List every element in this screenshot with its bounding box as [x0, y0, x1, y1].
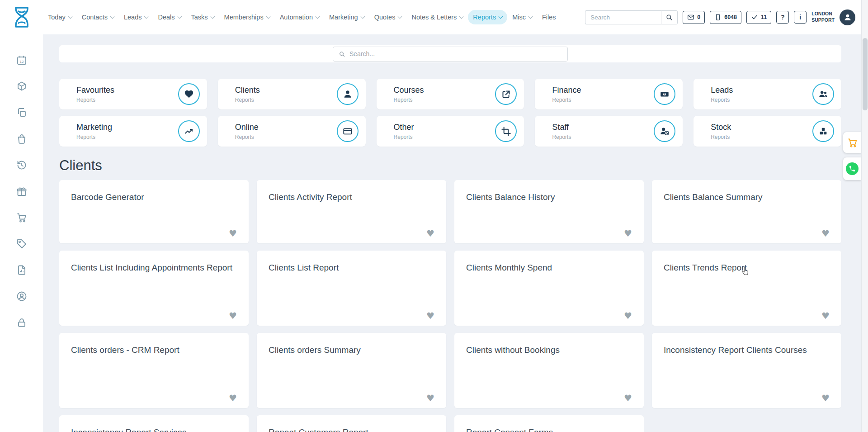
report-card[interactable]: Inconsistency Report Clients Courses ♥: [652, 333, 841, 408]
lock-icon[interactable]: [16, 317, 28, 328]
category-title: Other: [394, 123, 414, 132]
nav-label: Automation: [280, 14, 313, 21]
favourite-heart-icon[interactable]: ♥: [426, 229, 434, 238]
messages-button[interactable]: 0: [683, 11, 705, 24]
category-subtitle: Reports: [394, 97, 424, 103]
favourite-heart-icon[interactable]: ♥: [229, 394, 237, 403]
reports-search-input[interactable]: [349, 50, 562, 57]
favourite-heart-icon[interactable]: ♥: [821, 229, 830, 238]
search-button[interactable]: [661, 10, 678, 24]
report-card[interactable]: Clients Activity Report ♥: [257, 180, 446, 243]
report-document-icon[interactable]: [16, 264, 28, 276]
shopping-bag-icon[interactable]: [16, 133, 28, 145]
svg-text:$: $: [664, 93, 665, 96]
report-card[interactable]: Clients orders - CRM Report ♥: [59, 333, 249, 408]
tag-icon[interactable]: [16, 238, 28, 250]
nav-misc[interactable]: Misc: [507, 10, 537, 24]
user-avatar[interactable]: [840, 9, 855, 25]
app-logo[interactable]: [0, 6, 43, 28]
category-title: Courses: [394, 85, 424, 95]
favourite-heart-icon[interactable]: ♥: [229, 229, 237, 238]
report-card[interactable]: Clients List Report ♥: [257, 251, 446, 326]
report-card[interactable]: Report Consent Forms ♥: [454, 415, 644, 432]
tasks-button[interactable]: 11: [746, 11, 771, 24]
nav-leads[interactable]: Leads: [119, 10, 153, 24]
report-card[interactable]: Clients orders Summary ♥: [257, 333, 446, 408]
nav-tasks[interactable]: Tasks: [186, 10, 219, 24]
nav-today[interactable]: Today: [43, 10, 77, 24]
history-icon[interactable]: [16, 159, 28, 171]
search-icon: [339, 51, 345, 57]
category-subtitle: Reports: [711, 134, 731, 140]
tasks-count: 11: [761, 14, 767, 20]
favourite-heart-icon[interactable]: ♥: [821, 311, 830, 320]
nav-marketing[interactable]: Marketing: [324, 10, 369, 24]
report-title: Clients without Bookings: [466, 345, 632, 356]
chevron-down-icon: [110, 14, 114, 19]
category-card-marketing[interactable]: MarketingReports: [59, 116, 207, 147]
report-card[interactable]: Clients Balance History ♥: [454, 180, 644, 243]
gift-icon[interactable]: [16, 185, 28, 197]
calendar-icon[interactable]: 12: [16, 54, 28, 66]
category-title: Favourites: [76, 85, 114, 95]
global-search-input[interactable]: [585, 10, 661, 24]
category-title: Leads: [711, 85, 733, 95]
category-card-online[interactable]: OnlineReports: [218, 116, 366, 147]
category-card-finance[interactable]: FinanceReports $: [535, 79, 683, 109]
chevron-down-icon: [68, 14, 72, 19]
report-card[interactable]: Repeat Customers Report ♥: [257, 415, 446, 432]
favourite-heart-icon[interactable]: ♥: [624, 394, 632, 403]
nav-memberships[interactable]: Memberships: [219, 10, 275, 24]
report-title: Clients Balance History: [466, 192, 632, 203]
nav-label: Deals: [158, 14, 175, 21]
nav-contacts[interactable]: Contacts: [77, 10, 119, 24]
nav-automation[interactable]: Automation: [275, 10, 324, 24]
category-title: Clients: [235, 85, 260, 95]
favourite-heart-icon[interactable]: ♥: [426, 311, 434, 320]
favourite-heart-icon[interactable]: ♥: [624, 311, 632, 320]
nav-deals[interactable]: Deals: [153, 10, 186, 24]
whatsapp-icon: [846, 162, 859, 175]
report-card[interactable]: Clients Balance Summary ♥: [652, 180, 841, 243]
report-card[interactable]: Clients List Including Appointments Repo…: [59, 251, 249, 326]
main-nav: Today Contacts Leads Deals Tasks Members…: [43, 10, 561, 24]
category-card-stock[interactable]: StockReports: [693, 116, 841, 147]
chevron-down-icon: [210, 14, 215, 19]
phone-button[interactable]: 6048: [710, 11, 741, 24]
category-subtitle: Reports: [394, 134, 414, 140]
category-card-courses[interactable]: CoursesReports: [377, 79, 524, 109]
report-card[interactable]: Clients Monthly Spend ♥: [454, 251, 644, 326]
floating-cart-button[interactable]: [843, 132, 861, 153]
nav-notes-letters[interactable]: Notes & Letters: [406, 10, 468, 24]
user-circle-icon[interactable]: [16, 290, 28, 302]
nav-files[interactable]: Files: [537, 10, 561, 24]
account-name-line2: SUPPORT: [811, 17, 835, 24]
cube-icon[interactable]: [16, 81, 28, 92]
report-title: Repeat Customers Report: [269, 427, 434, 432]
favourite-heart-icon[interactable]: ♥: [426, 394, 434, 403]
shopping-cart-icon[interactable]: [16, 212, 28, 223]
nav-quotes[interactable]: Quotes: [369, 10, 407, 24]
line-chart-icon: [178, 120, 200, 142]
copy-pages-icon[interactable]: [16, 107, 28, 119]
chevron-down-icon: [459, 14, 464, 19]
favourite-heart-icon[interactable]: ♥: [229, 311, 237, 320]
category-card-leads[interactable]: LeadsReports: [693, 79, 841, 109]
report-card[interactable]: Clients without Bookings ♥: [454, 333, 644, 408]
favourite-heart-icon[interactable]: ♥: [821, 394, 830, 403]
report-card[interactable]: Inconsistency Report Services ♥: [59, 415, 249, 432]
report-card[interactable]: Clients Trends Report ♥: [652, 251, 841, 326]
nav-reports[interactable]: Reports: [468, 10, 507, 24]
info-button[interactable]: i: [794, 11, 807, 24]
scrollbar-track[interactable]: [861, 0, 868, 432]
nav-label: Leads: [124, 14, 142, 21]
favourite-heart-icon[interactable]: ♥: [624, 229, 632, 238]
category-card-other[interactable]: OtherReports: [377, 116, 524, 147]
report-card[interactable]: Barcode Generator ♥: [59, 180, 249, 243]
category-card-staff[interactable]: StaffReports: [535, 116, 683, 147]
category-card-favourites[interactable]: FavouritesReports: [59, 79, 207, 109]
scrollbar-thumb[interactable]: [863, 38, 868, 110]
category-card-clients[interactable]: ClientsReports: [218, 79, 366, 109]
help-button[interactable]: ?: [776, 11, 789, 24]
floating-whatsapp-button[interactable]: [843, 157, 861, 180]
